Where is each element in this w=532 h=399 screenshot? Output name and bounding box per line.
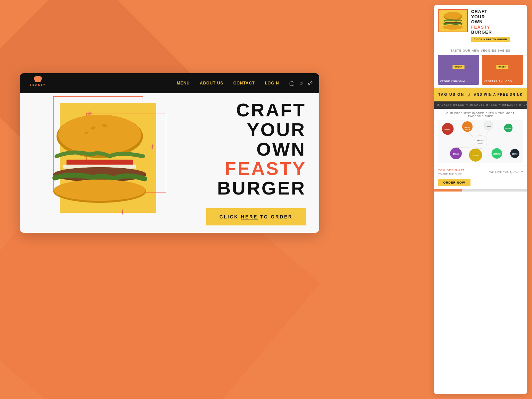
svg-text:ONIONS: ONIONS — [486, 126, 491, 127]
rp-chef-text: YOU'RE THE CHEF. — [438, 173, 462, 176]
svg-point-17 — [443, 25, 463, 30]
svg-rect-1 — [35, 80, 41, 81]
nav-links: MENU ABOUT US CONTACT LOGIN — [177, 81, 279, 85]
main-card: FEASTY MENU ABOUT US CONTACT LOGIN ◯ ♫ ☍ — [20, 73, 319, 233]
navbar: FEASTY MENU ABOUT US CONTACT LOGIN ◯ ♫ ☍ — [20, 73, 319, 93]
rp-chef-label: YOU'RE THE CHEF. — [438, 173, 465, 176]
svg-text:LETTUCE: LETTUCE — [493, 154, 501, 155]
rp-veggie-card-2: ORDER Vegetarian Loco — [482, 55, 523, 85]
rp-quality-text: WE GIVE YOU QUALITY — [489, 170, 523, 174]
svg-point-13 — [54, 180, 146, 201]
social-strip: @FEASTY @FEASTY @FEASTY @FEASTY @FEASTY … — [434, 101, 527, 109]
rp-title-brand: FEASTY — [471, 25, 490, 30]
logo-icon — [33, 76, 43, 83]
rp-veggies-section: TASTE OUR NEW VEGGIES BABIES ORDER Vegue… — [434, 46, 527, 88]
svg-point-15 — [444, 12, 462, 19]
svg-rect-2 — [35, 81, 41, 82]
headline-own: OWN — [256, 139, 306, 160]
rp-ingredients-title: OUR FRESHEST INGREDIENTS & THE MOST AWES… — [438, 112, 523, 118]
rp-veggie-btn-1[interactable]: ORDER — [453, 65, 465, 69]
nav-social-icons: ◯ ♫ ☍ — [289, 80, 313, 86]
burger-image — [40, 100, 160, 219]
rp-quality-label: WE GIVE YOU QUALITY — [489, 170, 523, 174]
nav-login[interactable]: LOGIN — [265, 81, 279, 85]
svg-text:BURGER: BURGER — [478, 142, 483, 144]
rp-cta-small[interactable]: CLICK HERE TO ORDER — [471, 37, 510, 42]
rp-win-label: AND WIN A FREE DRINK — [474, 93, 523, 96]
headline-your: YOUR — [247, 119, 306, 140]
rp-title-burger: BURGER — [471, 30, 510, 35]
scrollbar[interactable] — [434, 189, 527, 192]
svg-text:TOMATO: TOMATO — [444, 129, 451, 131]
rp-order-button[interactable]: ORDER NOW — [438, 179, 470, 186]
svg-line-42 — [475, 148, 479, 149]
hero-headline: CRAFT YOUR OWN FEASTY BURGER — [186, 100, 306, 198]
svg-text:FEASTY: FEASTY — [477, 140, 484, 141]
headline-burger: BURGER — [217, 178, 306, 199]
social-strip-text: @FEASTY @FEASTY @FEASTY @FEASTY @FEASTY … — [437, 103, 527, 106]
rp-section1-title: CRAFT YOUR OWN FEASTY BURGER — [471, 9, 510, 35]
rp-title-craft: CRAFT — [471, 9, 510, 14]
nav-contact[interactable]: CONTACT — [233, 81, 255, 85]
asterisk-1: ✳ — [86, 110, 92, 118]
headline-brand: FEASTY — [225, 158, 306, 179]
burger-svg — [47, 110, 153, 209]
rp-veggie-label-2: Vegetarian Loco — [484, 80, 512, 83]
rp-ingredients-title-text: OUR FRESHEST INGREDIENTS & THE MOST AWES… — [446, 112, 514, 118]
svg-line-40 — [456, 148, 475, 148]
rp-craft-section: CRAFT YOUR OWN FEASTY BURGER CLICK HERE … — [434, 5, 527, 46]
twitter-icon[interactable]: ☍ — [308, 80, 313, 86]
rp-veggies-subtitle: TASTE OUR NEW VEGGIES BABIES — [438, 49, 523, 52]
rp-design-section: YOU DESIGN IT YOU'RE THE CHEF. WE GIVE Y… — [434, 166, 527, 189]
rp-title-your: YOUR — [471, 14, 510, 20]
svg-text:BREAD: BREAD — [453, 154, 459, 155]
rp-burger-icon — [441, 12, 465, 30]
tiktok-icon[interactable]: ♫ — [300, 80, 303, 86]
rp-veggie-card-1: ORDER Vegue Yum-Yum — [438, 55, 479, 85]
rp-design-label: YOU DESIGN IT — [438, 169, 465, 172]
hero-area: ✳ ✳ ✳ CRAFT YOUR OWN FEASTY BURGER CLICK… — [20, 93, 319, 233]
logo-area: FEASTY — [30, 76, 46, 86]
rp-veggie-cards: ORDER Vegue Yum-Yum ORDER Vegetarian Loc… — [438, 55, 523, 85]
hero-text: CRAFT YOUR OWN FEASTY BURGER CLICK HERE … — [180, 94, 319, 232]
svg-text:SPECIAL: SPECIAL — [464, 127, 470, 128]
svg-text:BREAD: BREAD — [473, 155, 479, 157]
order-button[interactable]: CLICK HERE TO ORDER — [206, 208, 306, 225]
asterisk-2: ✳ — [150, 143, 155, 151]
rp-veggie-btn-2[interactable]: ORDER — [496, 65, 508, 69]
nav-menu[interactable]: MENU — [177, 81, 190, 85]
rp-design-text: YOU DESIGN IT — [438, 169, 465, 172]
right-panel: CRAFT YOUR OWN FEASTY BURGER CLICK HERE … — [434, 5, 527, 394]
ingredients-diagram: TOMATO SPECIAL SAUCE ONIONS PICKLES FEAS… — [438, 120, 523, 162]
burger-area: ✳ ✳ ✳ — [20, 93, 180, 233]
scrollbar-thumb — [434, 189, 462, 192]
asterisk-3: ✳ — [120, 208, 125, 216]
rp-tag-label: TAG US ON — [438, 92, 464, 96]
svg-point-4 — [58, 115, 141, 155]
rp-section1-text: CRAFT YOUR OWN FEASTY BURGER CLICK HERE … — [471, 9, 510, 42]
logo-text: FEASTY — [30, 83, 46, 86]
rp-tiktok-section: TAG US ON ♪ AND WIN A FREE DRINK — [434, 88, 527, 101]
ingredients-visual: TOMATO SPECIAL SAUCE ONIONS PICKLES FEAS… — [438, 120, 523, 163]
headline-craft: CRAFT — [236, 99, 306, 120]
rp-burger-thumb — [438, 9, 468, 32]
svg-text:SAUCE: SAUCE — [465, 129, 470, 130]
svg-text:PICKLES: PICKLES — [505, 128, 511, 130]
rp-ingredients-section: OUR FRESHEST INGREDIENTS & THE MOST AWES… — [434, 109, 527, 166]
tiktok-icon-large: ♪ — [467, 91, 470, 98]
instagram-icon[interactable]: ◯ — [289, 80, 295, 86]
rp-veggie-label-1: Vegue Yum-Yum — [440, 80, 465, 83]
nav-about[interactable]: ABOUT US — [200, 81, 223, 85]
rp-title-own: OWN — [471, 19, 510, 25]
svg-text:OLIVES: OLIVES — [512, 154, 517, 155]
